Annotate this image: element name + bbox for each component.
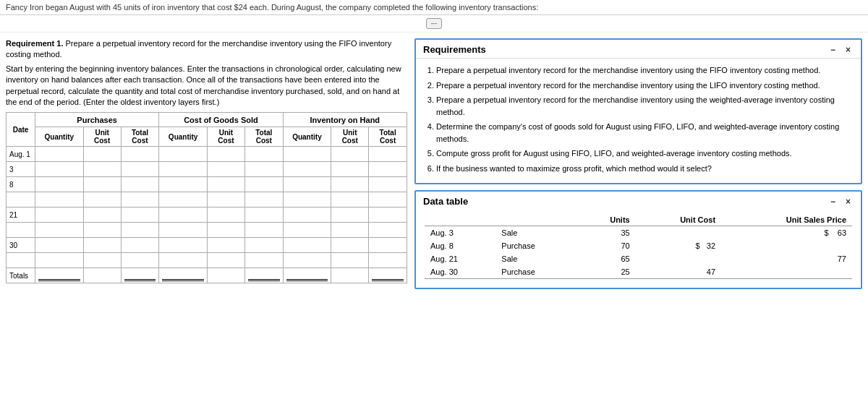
inv-tc-aug1[interactable]: [372, 148, 404, 160]
inv-uc-aug8b[interactable]: [334, 194, 365, 205]
cogs-qty-aug21b[interactable]: [162, 224, 204, 236]
purch-qty-aug3[interactable]: [38, 163, 80, 175]
purch-qty-aug8a[interactable]: [38, 179, 80, 190]
inventory-header: Inventory on Hand: [283, 113, 407, 127]
col-units-header: Units: [578, 214, 635, 226]
purch-tc-aug21b[interactable]: [124, 224, 156, 236]
cogs-tc-aug1[interactable]: [248, 148, 280, 160]
purch-uc-aug8b[interactable]: [87, 194, 118, 205]
purch-tc-aug21a[interactable]: [124, 209, 156, 220]
expand-button[interactable]: ···: [426, 18, 442, 29]
cogs-tc-aug21b[interactable]: [248, 224, 280, 236]
inv-qty-aug1[interactable]: [286, 148, 328, 160]
data-sales-price: [721, 239, 852, 252]
purch-qty-aug1[interactable]: [38, 148, 80, 160]
purch-uc-aug30b[interactable]: [87, 254, 118, 266]
cogs-uc-aug21b[interactable]: [210, 224, 242, 236]
cogs-qty-aug8b[interactable]: [162, 194, 204, 205]
cogs-uc-aug21a[interactable]: [210, 209, 242, 220]
inv-tc-aug8b[interactable]: [372, 194, 404, 205]
cogs-tc-aug3[interactable]: [248, 163, 280, 175]
cogs-uc-aug30a[interactable]: [210, 239, 242, 251]
inv-uc-aug21b[interactable]: [334, 224, 365, 236]
inv-tc-aug30a[interactable]: [372, 239, 404, 251]
purch-uc-aug21b[interactable]: [87, 224, 118, 236]
col-unit-cost-header: Unit Cost: [636, 214, 721, 226]
cogs-uc-aug3[interactable]: [210, 163, 242, 175]
inv-tc-aug3[interactable]: [372, 163, 404, 175]
purch-tc-aug8b[interactable]: [124, 194, 156, 205]
totals-row: Totals: [7, 268, 407, 283]
inv-uc-aug21a[interactable]: [334, 209, 365, 220]
inv-tc-aug21a[interactable]: [372, 209, 404, 220]
purch-qty-aug8b[interactable]: [38, 194, 80, 205]
inv-qty-aug8a[interactable]: [286, 179, 328, 190]
purch-qty-aug21a[interactable]: [38, 209, 80, 220]
inv-qty-aug8b[interactable]: [286, 194, 328, 205]
cogs-uc-aug30b[interactable]: [210, 254, 242, 266]
cogs-qty-aug30a[interactable]: [162, 239, 204, 251]
cogs-uc-aug1[interactable]: [210, 148, 242, 160]
cogs-qty-aug30b[interactable]: [162, 254, 204, 266]
table-row: 3: [7, 162, 407, 177]
inv-uc-aug1[interactable]: [334, 148, 365, 160]
date-cell: [7, 253, 35, 268]
purchases-total-cost-header: TotalCost: [121, 127, 159, 147]
cogs-tc-aug21a[interactable]: [248, 209, 280, 220]
table-row: [7, 253, 407, 268]
purch-qty-aug30b[interactable]: [38, 254, 80, 266]
table-row: 21: [7, 207, 407, 223]
purch-tc-aug8a[interactable]: [124, 179, 156, 190]
inv-qty-aug3[interactable]: [286, 163, 328, 175]
inv-tc-aug21b[interactable]: [372, 224, 404, 236]
inv-qty-aug30b[interactable]: [286, 254, 328, 266]
cogs-tc-aug8a[interactable]: [248, 179, 280, 190]
requirements-close-button[interactable]: ×: [843, 45, 854, 55]
purch-tc-aug30a[interactable]: [124, 239, 156, 251]
inv-uc-aug8a[interactable]: [334, 179, 365, 190]
purch-qty-aug21b[interactable]: [38, 224, 80, 236]
data-type: Sale: [495, 252, 578, 265]
cogs-tc-aug30b[interactable]: [248, 254, 280, 266]
purch-uc-aug3[interactable]: [87, 163, 118, 175]
inv-tc-aug8a[interactable]: [372, 179, 404, 190]
total-purch-tc[interactable]: [124, 270, 156, 281]
total-inv-qty[interactable]: [286, 270, 328, 281]
inv-qty-aug21b[interactable]: [286, 224, 328, 236]
cogs-tc-aug8b[interactable]: [248, 194, 280, 205]
purch-uc-aug21a[interactable]: [87, 209, 118, 220]
inv-qty-aug21a[interactable]: [286, 209, 328, 220]
cogs-uc-aug8a[interactable]: [210, 179, 242, 190]
data-table: Units Unit Cost Unit Sales Price Aug. 3 …: [425, 214, 852, 279]
col-sales-price-header: Unit Sales Price: [721, 214, 852, 226]
inv-uc-aug3[interactable]: [334, 163, 365, 175]
inv-qty-aug30a[interactable]: [286, 239, 328, 251]
purch-uc-aug1[interactable]: [87, 148, 118, 160]
list-item: Prepare a perpetual inventory record for…: [436, 64, 852, 77]
cogs-qty-aug21a[interactable]: [162, 209, 204, 220]
total-cogs-tc[interactable]: [248, 270, 280, 281]
data-table-close-button[interactable]: ×: [843, 197, 854, 207]
requirements-panel-header: Requirements − ×: [416, 40, 861, 59]
requirements-minimize-button[interactable]: −: [827, 45, 838, 55]
data-table-minimize-button[interactable]: −: [827, 197, 838, 207]
inv-tc-aug30b[interactable]: [372, 254, 404, 266]
cogs-qty-aug3[interactable]: [162, 163, 204, 175]
purch-tc-aug3[interactable]: [124, 163, 156, 175]
total-inv-tc[interactable]: [372, 270, 404, 281]
purch-tc-aug30b[interactable]: [124, 254, 156, 266]
cogs-qty-aug8a[interactable]: [162, 179, 204, 190]
total-purch-qty[interactable]: [38, 270, 80, 281]
inv-uc-aug30b[interactable]: [334, 254, 365, 266]
total-cogs-qty[interactable]: [162, 270, 204, 281]
purch-tc-aug1[interactable]: [124, 148, 156, 160]
purch-uc-aug30a[interactable]: [87, 239, 118, 251]
purch-qty-aug30a[interactable]: [38, 239, 80, 251]
cogs-qty-aug1[interactable]: [162, 148, 204, 160]
cogs-tc-aug30a[interactable]: [248, 239, 280, 251]
cogs-uc-aug8b[interactable]: [210, 194, 242, 205]
table-row: 8: [7, 177, 407, 192]
purch-uc-aug8a[interactable]: [87, 179, 118, 190]
inv-uc-aug30a[interactable]: [334, 239, 365, 251]
cogs-unit-cost-header: UnitCost: [207, 127, 244, 147]
